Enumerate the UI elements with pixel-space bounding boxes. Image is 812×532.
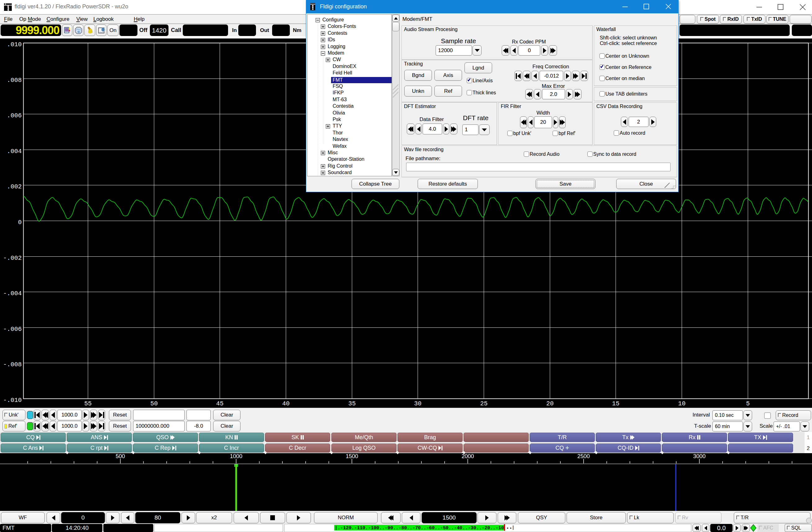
svg-text:2500: 2500 [577,453,590,459]
svg-text:20: 20 [546,400,553,407]
svg-text:1000: 1000 [230,453,242,459]
svg-text:40: 40 [282,400,290,407]
svg-text:500: 500 [116,453,125,459]
svg-text:-.010: -.010 [3,397,22,404]
svg-text:25: 25 [480,400,488,407]
svg-text:10: 10 [678,400,685,407]
svg-text:-.004: -.004 [3,290,22,297]
svg-text:3000: 3000 [693,453,706,459]
svg-text:50: 50 [150,400,158,407]
svg-text:.006: .006 [7,112,22,119]
svg-text:5: 5 [746,400,750,407]
svg-text:-.006: -.006 [3,326,22,333]
svg-text:.002: .002 [7,183,22,190]
svg-text:.010: .010 [7,41,22,48]
svg-text:1500: 1500 [346,453,358,459]
svg-text:30: 30 [414,400,421,407]
svg-text:45: 45 [216,400,223,407]
svg-text:.008: .008 [7,77,22,84]
svg-text:.004: .004 [7,148,22,155]
svg-text:55: 55 [84,400,91,407]
svg-text:-.002: -.002 [3,255,22,262]
svg-text:-.008: -.008 [3,361,22,368]
svg-text:2000: 2000 [461,453,474,459]
svg-text:15: 15 [612,400,619,407]
svg-text:35: 35 [348,400,356,407]
svg-text:0: 0 [18,219,22,226]
